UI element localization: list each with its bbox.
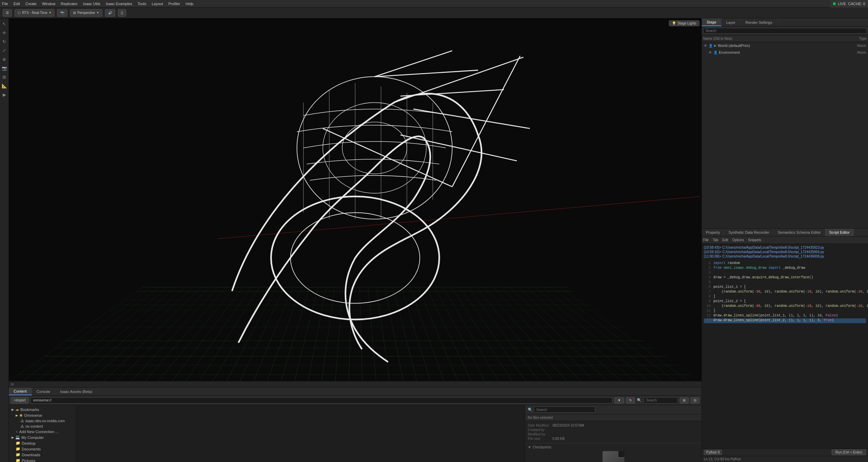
move-tool-icon[interactable]: ✛	[1, 29, 8, 36]
tree-omniverse[interactable]: ▶ ◉ Omniverse	[9, 412, 76, 418]
view-options-btn[interactable]: ⊞	[680, 397, 689, 403]
folder-dl-icon: 📁	[16, 452, 20, 457]
tab-isaac-assets[interactable]: Isaac Assets (Beta)	[55, 387, 98, 395]
world-label: World (defaultPrim)	[718, 44, 837, 48]
tree-environment[interactable]: 👁 👤 Environment Xform	[702, 49, 868, 56]
play-tool-icon[interactable]: ▶	[1, 91, 8, 98]
python-bar: Python 0 Run (Ctrl + Enter)	[702, 448, 868, 456]
wire-art-svg	[9, 18, 701, 381]
menu-file[interactable]: File	[2, 2, 8, 6]
content-main[interactable]	[77, 405, 525, 462]
code-editor[interactable]: 1 import random 2 from omni.isaac.debug_…	[702, 260, 868, 449]
refresh-btn[interactable]: ↻	[626, 397, 635, 403]
file-search-icon: 🔍	[528, 408, 533, 412]
tab-semantics-schema[interactable]: Semantics Schema Editor	[774, 229, 825, 236]
perspective-btn[interactable]: ⊞ Perspective ▼	[70, 9, 102, 17]
rtx-mode-btn[interactable]: ⬡ RTX - Real-Time ▼	[15, 9, 54, 17]
date-modified-row: Date Modified 08/23/2024 10:57AM	[528, 423, 699, 428]
no-files-label: No files selected	[528, 416, 553, 419]
script-menu-snippets[interactable]: Snippets	[748, 238, 761, 242]
tab-stage[interactable]: Stage	[702, 18, 722, 26]
menu-layout[interactable]: Layout	[152, 2, 163, 6]
universal-tool-icon[interactable]: ⊕	[1, 56, 8, 63]
menu-create[interactable]: Create	[25, 2, 37, 6]
menu-profiler[interactable]: Profiler	[169, 2, 180, 6]
tab-layer[interactable]: Layer	[722, 18, 741, 26]
viewport[interactable]: 💡 Stage Lights	[9, 18, 701, 381]
tab-console[interactable]: Console	[32, 387, 55, 395]
content-search-input[interactable]	[644, 397, 678, 403]
extra-btn[interactable]: ()	[118, 9, 126, 17]
stage-tree: 👁 👤 ▶ World (defaultPrim) Xform 👁 👤 Envi…	[702, 42, 868, 228]
tree-world[interactable]: 👁 👤 ▶ World (defaultPrim) Xform	[702, 42, 868, 49]
recent-file-3[interactable]: (11:00:08)> C:/Users/micha/AppData/Local…	[704, 254, 866, 259]
tree-desktop[interactable]: 📁 Desktop	[9, 440, 76, 446]
code-line-8: 8 ]	[704, 295, 866, 299]
recent-file-2[interactable]: (10:59:16)> C:/Users/micha/AppData/Local…	[704, 250, 866, 254]
tree-ov-content[interactable]: 🖧 ov-content	[9, 424, 76, 429]
world-person-icon: 👤	[709, 44, 713, 48]
menu-replicator[interactable]: Replicator	[61, 2, 78, 6]
filter-btn[interactable]: ▼	[614, 397, 624, 403]
created-by-row: Created by	[528, 428, 699, 432]
menu-isaac-utils[interactable]: Isaac Utils	[83, 2, 100, 6]
content-browser: ▶ ☁ Bookmarks ▶ ◉ Omniverse 🖧 isaac-dev.…	[9, 405, 701, 462]
menu-edit[interactable]: Edit	[14, 2, 20, 6]
script-menu-tab[interactable]: Tab	[713, 238, 718, 242]
rtx-label: RTX - Real-Time	[22, 11, 47, 15]
script-menu-file[interactable]: File	[703, 238, 709, 242]
tree-my-computer[interactable]: ▶ 💻 My Computer	[9, 434, 76, 440]
add-icon: +	[16, 430, 18, 434]
live-label: LIVE	[838, 2, 846, 6]
run-button[interactable]: Run (Ctrl + Enter)	[832, 449, 866, 455]
script-menu-edit[interactable]: Edit	[722, 238, 728, 242]
tab-synthetic-data[interactable]: Synthetic Data Recorder	[725, 229, 774, 236]
file-search-input[interactable]	[534, 407, 595, 413]
menu-hamburger-btn[interactable]: ☰	[3, 9, 12, 17]
viewport-container: 💡 Stage Lights	[9, 18, 701, 387]
screenshot-btn[interactable]: 📷	[57, 9, 67, 17]
menu-window[interactable]: Window	[42, 2, 55, 6]
viewport-unit-label: m	[11, 382, 14, 386]
computer-icon: 💻	[15, 435, 20, 440]
expand-icon2: ▶	[12, 436, 14, 439]
import-btn[interactable]: + Import	[11, 397, 29, 403]
tree-isaac-dev[interactable]: 🖧 isaac-dev.ov.nvidia.com	[9, 418, 76, 424]
grid-view-btn[interactable]: ⊟	[691, 397, 699, 403]
path-display: omniverse://	[31, 397, 612, 403]
script-menu-options[interactable]: Options	[732, 238, 744, 242]
recent-file-1[interactable]: (10:58:43)> C:/Users/micha/AppData/Local…	[704, 245, 866, 250]
env-type: Xform	[839, 51, 866, 54]
expand-icon: ▶	[12, 408, 14, 411]
scale-tool-icon[interactable]: ⤢	[1, 47, 8, 54]
tree-downloads[interactable]: 📁 Downloads	[9, 452, 76, 458]
tab-render-settings[interactable]: Render Settings	[741, 18, 777, 26]
file-status: No files selected	[525, 414, 701, 421]
tab-property[interactable]: Property	[702, 229, 725, 236]
code-line-3: 3	[704, 271, 866, 276]
menu-help[interactable]: Help	[186, 2, 193, 6]
audio-btn[interactable]: 🔊	[105, 9, 115, 17]
tree-pictures[interactable]: 📁 Pictures	[9, 458, 76, 462]
rotate-tool-icon[interactable]: ↻	[1, 38, 8, 45]
select-tool-icon[interactable]: ↖	[1, 20, 8, 27]
menu-tools[interactable]: Tools	[138, 2, 146, 6]
tree-documents[interactable]: 📁 Documents	[9, 446, 76, 452]
camera-tool-icon[interactable]: 📷	[1, 65, 8, 71]
tree-bookmarks[interactable]: ▶ ☁ Bookmarks	[9, 407, 76, 412]
tab-content[interactable]: Content	[9, 387, 32, 395]
python-label: Python 0	[704, 450, 722, 455]
code-line-1: 1 import random	[704, 261, 866, 266]
code-line-2: 2 from omni.isaac.debug_draw import _deb…	[704, 266, 866, 271]
stage-search-input[interactable]	[703, 28, 867, 34]
checkpoints-header[interactable]: ▼ Checkpoints	[528, 445, 699, 450]
stage-col-headers: Name (Old to New) Type	[702, 35, 868, 42]
checkpoints-label: Checkpoints	[533, 445, 551, 449]
measure-tool-icon[interactable]: 📐	[1, 82, 8, 89]
rtx-icon: ⬡	[18, 11, 21, 15]
snap-tool-icon[interactable]: ⊞	[1, 73, 8, 80]
script-status-text: Ln 13, Col 60 Ins Python	[704, 457, 741, 461]
menu-isaac-examples[interactable]: Isaac Examples	[106, 2, 132, 6]
tree-add-connection[interactable]: + Add New Connection ...	[9, 429, 76, 434]
tab-script-editor[interactable]: Script Editor	[825, 229, 854, 236]
